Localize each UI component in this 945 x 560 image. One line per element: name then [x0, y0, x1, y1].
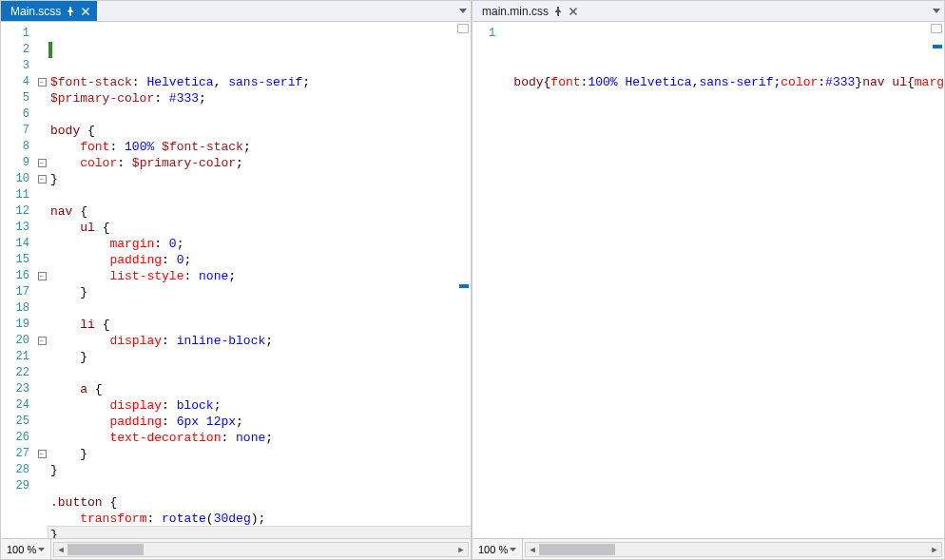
scrollbar-thumb[interactable] [539, 544, 615, 555]
close-icon[interactable] [568, 6, 579, 17]
tab-dropdown[interactable] [455, 1, 471, 21]
scroll-left-arrow[interactable]: ◄ [54, 543, 68, 556]
pin-icon[interactable] [65, 6, 76, 17]
code-line[interactable]: display: block; [48, 397, 471, 414]
line-number: 18 [1, 300, 29, 317]
code-line[interactable] [48, 187, 471, 203]
line-number: 8 [1, 139, 29, 155]
zoom-level[interactable]: 100 % [472, 539, 523, 559]
line-number: 22 [1, 365, 29, 381]
editor-pane-right: main.min.css 1 body{font:100% Helvetica,… [472, 0, 945, 560]
code-line[interactable]: ul { [48, 220, 471, 236]
editor-area-left[interactable]: 1234567891011121314151617181920212223242… [1, 22, 471, 538]
code-line[interactable]: } [48, 446, 471, 462]
tab-bar: Main.scss [1, 1, 471, 22]
code-line[interactable]: a { [48, 381, 471, 397]
line-number: 24 [1, 397, 29, 414]
line-number: 29 [1, 478, 29, 494]
code-line[interactable]: $font-stack: Helvetica, sans-serif; [48, 74, 471, 90]
code-line[interactable]: $primary-color: #333; [48, 90, 471, 106]
code-line[interactable] [48, 478, 471, 494]
code-line[interactable]: margin: 0; [48, 236, 471, 252]
code-line[interactable]: text-decoration: none; [48, 430, 471, 446]
status-bar: 100 % ◄ ► [472, 538, 944, 559]
fold-column [501, 22, 511, 538]
code-line[interactable]: transform: rotate(30deg); [48, 511, 471, 527]
code-line[interactable]: font: 100% $font-stack; [48, 139, 471, 155]
fold-toggle[interactable]: − [38, 78, 47, 87]
line-number: 1 [472, 26, 495, 42]
fold-toggle[interactable]: − [38, 159, 47, 167]
horizontal-scrollbar[interactable]: ◄ ► [525, 542, 942, 557]
line-number: 10 [1, 171, 29, 187]
code-line[interactable]: li { [48, 317, 471, 333]
tab-main-min-css[interactable]: main.min.css [472, 1, 585, 21]
zoom-level[interactable]: 100 % [1, 539, 51, 559]
line-number: 9 [1, 155, 29, 171]
line-number: 25 [1, 414, 29, 430]
status-bar: 100 % ◄ ► [1, 538, 471, 559]
line-number: 17 [1, 284, 29, 300]
code-line[interactable] [48, 300, 471, 317]
code-line[interactable]: body { [48, 123, 471, 139]
code-line[interactable]: display: inline-block; [48, 333, 471, 349]
change-marker [48, 42, 52, 58]
line-number: 12 [1, 203, 29, 220]
code-line[interactable]: .button { [48, 494, 471, 511]
code-line[interactable]: } [48, 462, 471, 478]
scroll-position-marker [933, 45, 942, 48]
code-line[interactable]: padding: 6px 12px; [48, 414, 471, 430]
code-line[interactable]: color: $primary-color; [48, 155, 471, 171]
line-number: 4 [1, 74, 29, 90]
code-editor[interactable]: body{font:100% Helvetica,sans-serif;colo… [511, 22, 944, 538]
line-number: 16 [1, 268, 29, 284]
fold-toggle[interactable]: − [38, 272, 47, 280]
fold-column: −−−−−− [35, 22, 48, 538]
line-number: 1 [1, 26, 29, 42]
scroll-left-arrow[interactable]: ◄ [526, 543, 539, 556]
code-line[interactable]: } [48, 349, 471, 365]
code-line[interactable]: } [48, 171, 471, 187]
line-number: 23 [1, 381, 29, 397]
line-number: 5 [1, 90, 29, 106]
line-number: 28 [1, 462, 29, 478]
fold-toggle[interactable]: − [38, 175, 47, 183]
line-number: 2 [1, 42, 29, 58]
tab-main-scss[interactable]: Main.scss [1, 1, 97, 21]
line-number: 20 [1, 333, 29, 349]
code-line[interactable]: body{font:100% Helvetica,sans-serif;colo… [511, 74, 944, 90]
code-line[interactable] [48, 106, 471, 123]
line-number: 15 [1, 252, 29, 268]
line-number: 26 [1, 430, 29, 446]
scroll-right-arrow[interactable]: ► [454, 543, 468, 556]
fold-toggle[interactable]: − [38, 337, 47, 345]
line-number-gutter: 1234567891011121314151617181920212223242… [1, 22, 35, 538]
code-editor[interactable]: $font-stack: Helvetica, sans-serif;$prim… [48, 22, 471, 538]
tab-label: Main.scss [10, 5, 61, 18]
code-line[interactable]: nav { [48, 203, 471, 220]
editor-area-right[interactable]: 1 body{font:100% Helvetica,sans-serif;co… [472, 22, 944, 538]
line-number: 21 [1, 349, 29, 365]
code-line[interactable]: list-style: none; [48, 268, 471, 284]
line-number: 3 [1, 58, 29, 74]
line-number-gutter: 1 [472, 22, 501, 538]
tab-dropdown[interactable] [929, 1, 944, 21]
scroll-right-arrow[interactable]: ► [928, 543, 941, 556]
line-number: 27 [1, 446, 29, 462]
line-number: 19 [1, 317, 29, 333]
line-number: 14 [1, 236, 29, 252]
code-line[interactable]: padding: 0; [48, 252, 471, 268]
code-line[interactable] [48, 365, 471, 381]
scroll-position-marker [459, 284, 469, 288]
code-line[interactable]: } [48, 527, 471, 538]
scrollbar-thumb[interactable] [68, 544, 144, 555]
line-number: 11 [1, 187, 29, 203]
code-line[interactable]: } [48, 284, 471, 300]
line-number: 13 [1, 220, 29, 236]
horizontal-scrollbar[interactable]: ◄ ► [53, 542, 469, 557]
fold-toggle[interactable]: − [38, 450, 47, 458]
close-icon[interactable] [80, 6, 91, 17]
tab-label: main.min.css [482, 5, 549, 18]
line-number: 6 [1, 106, 29, 123]
pin-icon[interactable] [552, 6, 564, 17]
